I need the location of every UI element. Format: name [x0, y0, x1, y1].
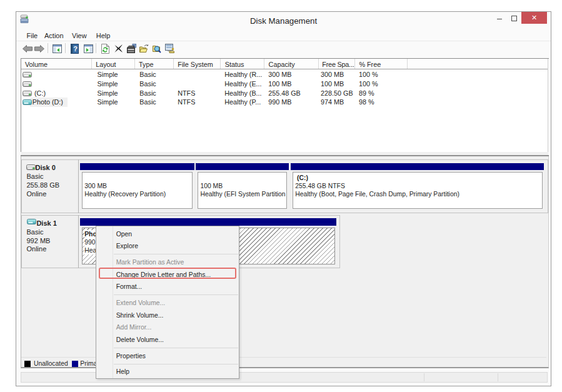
svg-text:?: ?: [73, 45, 78, 53]
